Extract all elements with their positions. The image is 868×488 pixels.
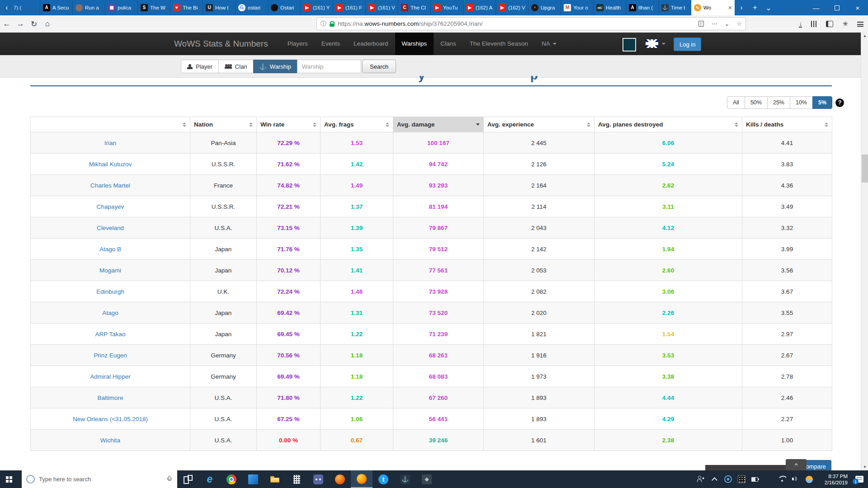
tab-scroll-left-icon[interactable]: ‹ (0, 0, 14, 15)
filter-button-5pct[interactable]: 5% (812, 96, 832, 109)
filters-help-icon[interactable]: ? (835, 99, 844, 107)
tab[interactable]: AIlhan ( (626, 0, 659, 15)
ship-link[interactable]: Atago B (99, 246, 121, 253)
tab[interactable]: Gostari (236, 0, 268, 15)
window-minimize-button[interactable]: — (806, 0, 826, 15)
tab[interactable]: MYour o (561, 0, 594, 15)
twitter-button[interactable]: t (373, 470, 394, 488)
tab[interactable]: •Upgra (528, 0, 561, 15)
ship-link[interactable]: Mikhail Kutuzov (89, 161, 132, 168)
tab-close-icon[interactable]: × (728, 4, 732, 11)
new-tab-button[interactable]: + (748, 0, 762, 15)
tab[interactable]: SThe W (138, 0, 170, 15)
pocket-icon[interactable]: ⌄ (724, 20, 729, 27)
battery-icon[interactable] (751, 475, 759, 483)
discord-button[interactable] (307, 470, 329, 488)
tab[interactable]: CThe Cl (398, 0, 431, 15)
tab[interactable]: ▶(161) V (366, 0, 398, 15)
volume-icon[interactable] (792, 475, 800, 483)
ship-link[interactable]: Atago (102, 310, 118, 316)
col-header-ship[interactable] (31, 117, 190, 132)
ship-link[interactable]: Admiral Hipper (90, 373, 130, 380)
tab[interactable]: ▶(162) V (496, 0, 528, 15)
ship-link[interactable]: ARP Takao (95, 331, 125, 338)
col-header-avg-damage[interactable]: Avg. damage (393, 117, 484, 132)
nav-link-clans[interactable]: Clans (434, 33, 463, 55)
col-header-win-rate[interactable]: Win rate (257, 117, 321, 132)
ship-link[interactable]: Prinz Eugen (94, 352, 127, 359)
site-info-icon[interactable]: ⓘ (321, 20, 326, 28)
bookmark-star-icon[interactable]: ☆ (736, 20, 742, 27)
app-orange-button[interactable] (329, 470, 351, 488)
scrollbar-thumb[interactable] (862, 155, 868, 183)
scroll-to-top-button[interactable]: ^ (786, 459, 807, 470)
people-icon[interactable] (697, 475, 705, 483)
sidebar-icon[interactable] (826, 21, 833, 27)
nav-link-leaderboard[interactable]: Leaderboard (347, 33, 395, 55)
menu-icon[interactable] (857, 22, 863, 27)
taskbar-search[interactable]: Type here to search (22, 470, 177, 488)
onedrive-icon[interactable] (765, 475, 773, 483)
nav-link-events[interactable]: Events (315, 33, 347, 55)
file-explorer-button[interactable] (264, 470, 286, 488)
theme-toggle[interactable] (623, 38, 636, 52)
filter-button-all[interactable]: All (727, 96, 745, 109)
tab[interactable]: ▣pulica (105, 0, 138, 15)
start-button[interactable] (0, 470, 22, 488)
scrollbar-up-icon[interactable]: ▲ (861, 33, 868, 39)
home-button[interactable]: ⌂ (41, 19, 54, 28)
wows-game-button[interactable]: ⚓ (394, 470, 416, 488)
extension-icon[interactable]: ✳ (842, 20, 848, 28)
col-header-kills-deaths[interactable]: Kills / deaths (742, 117, 832, 132)
site-logo[interactable]: WoWS Stats & Numbers (174, 39, 268, 49)
window-restore-button[interactable] (826, 0, 847, 15)
tab[interactable]: ▶(161) F (333, 0, 366, 15)
photos-button[interactable] (242, 470, 264, 488)
weather-icon[interactable] (806, 476, 813, 483)
ship-link[interactable]: New Orleans (<31.05.2018) (73, 416, 148, 422)
window-close-button[interactable]: × (847, 0, 868, 15)
col-header-nation[interactable]: Nation (190, 117, 257, 132)
tab[interactable]: HCHealth (594, 0, 626, 15)
ship-link[interactable]: Chapayev (97, 203, 124, 210)
language-flag-icon[interactable] (646, 39, 658, 48)
nav-link-the-eleventh-season[interactable]: The Eleventh Season (463, 33, 535, 55)
tab[interactable]: ⚓Time t (659, 0, 691, 15)
nav-link-players[interactable]: Players (281, 33, 315, 55)
url-bar[interactable]: ⓘ https://na.wows-numbers.com/ship/37622… (316, 17, 746, 30)
tab-active[interactable]: ∿Wo× (691, 0, 735, 15)
search-tab-warship[interactable]: ⚓Warship (253, 60, 297, 73)
warship-search-input[interactable] (297, 60, 361, 73)
firefox-button[interactable] (351, 470, 373, 488)
col-header-avg-frags[interactable]: Avg. frags (321, 117, 393, 132)
tab[interactable]: ♥The Bi (170, 0, 203, 15)
ship-link[interactable]: Irian (104, 140, 116, 146)
reader-mode-icon[interactable] (698, 21, 704, 27)
search-tab-clan[interactable]: Clan (218, 60, 254, 73)
calculator-button[interactable] (286, 470, 307, 488)
page-scrollbar[interactable]: ▲ ▼ (861, 33, 868, 470)
ship-link[interactable]: Edinburgh (96, 288, 124, 295)
task-view-button[interactable] (177, 470, 199, 488)
search-tab-player[interactable]: Player (181, 60, 219, 73)
taskbar-clock[interactable]: 8:37 PM 2/16/2019 (819, 473, 848, 486)
tab[interactable]: AA Secu (40, 0, 73, 15)
game-center-button[interactable]: ◆ (416, 470, 438, 488)
bluetooth-icon[interactable] (724, 475, 732, 483)
tab-list-dropdown-icon[interactable]: ⌄ (762, 0, 775, 15)
forward-button[interactable]: → (14, 19, 27, 28)
page-actions-icon[interactable]: ⋯ (711, 20, 717, 27)
reload-button[interactable]: ↻ (27, 19, 41, 29)
ship-link[interactable]: Charles Martel (90, 182, 130, 189)
wifi-icon[interactable] (778, 475, 786, 483)
https-lock-icon[interactable] (330, 21, 334, 27)
back-button[interactable]: ← (0, 19, 14, 28)
ship-link[interactable]: Cleveland (97, 225, 124, 231)
scrollbar-down-icon[interactable]: ▼ (861, 464, 868, 470)
filter-button-25pct[interactable]: 25% (767, 96, 790, 109)
library-icon[interactable] (811, 21, 817, 27)
tab[interactable]: ▶(161) Y (301, 0, 333, 15)
col-header-avg-experience[interactable]: Avg. experience (484, 117, 594, 132)
ship-link[interactable]: Baltimore (97, 394, 123, 401)
downloads-icon[interactable]: ↓ (799, 21, 802, 28)
